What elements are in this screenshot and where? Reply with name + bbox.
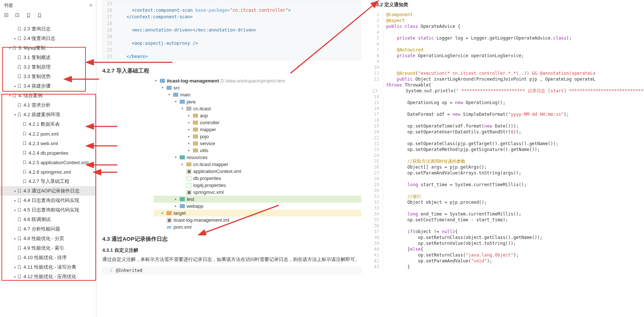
bookmark-item[interactable]: ▸3.3 复制优势 xyxy=(0,72,96,81)
bookmark-label: 4.2.2 pom.xml xyxy=(29,131,59,137)
tree-label: src xyxy=(173,84,180,91)
bookmark-icon xyxy=(12,46,16,50)
bookmark-icon xyxy=(18,74,21,79)
bookmark-item[interactable]: ▸4.2.4 db.properties xyxy=(0,148,96,158)
bookmark-item[interactable]: ▸2.4 慢查询日志 xyxy=(0,34,96,43)
bookmark-item[interactable]: ▸4.9 性能优化 - 索引 xyxy=(0,243,96,253)
tree-icon xyxy=(193,134,198,140)
tree-item[interactable]: ▸cn.itcast.mapper xyxy=(154,161,361,168)
bookmark-icon xyxy=(18,36,21,41)
tree-item[interactable]: ▸pojo xyxy=(154,133,361,140)
tree-icon xyxy=(186,106,192,112)
tree-icon xyxy=(193,141,198,147)
tree-item[interactable]: ▾src xyxy=(154,84,361,91)
bookmark-item[interactable]: ▸4.1 需求分析 xyxy=(0,100,96,110)
add-bookmark-icon[interactable] xyxy=(4,12,10,18)
bookmark-list[interactable]: ▸2.3 查询日志▸2.4 慢查询日志▾3. Mysql复制▸3.1 复制概述▸… xyxy=(0,24,96,317)
tree-item[interactable]: ▾resources xyxy=(154,154,361,161)
bookmark-item[interactable]: ▾4. 综合案例 xyxy=(0,91,96,100)
bookmark-item[interactable]: ▸2.3 查询日志 xyxy=(0,24,96,34)
bookmark-item[interactable]: ▸4.2.2 pom.xml xyxy=(0,129,96,139)
bookmark-outline-icon[interactable] xyxy=(37,12,43,18)
bookmark-item[interactable]: ▸3.4 搭建步骤 xyxy=(0,81,96,91)
tree-item[interactable]: ▸webapp xyxy=(154,203,361,210)
tree-item[interactable]: ▾cn.itcast xyxy=(154,105,361,112)
bookmark-label: 4.12 性能优化 - 应用优化 xyxy=(23,273,76,280)
bookmark-item[interactable]: ▸4.2.3 web.xml xyxy=(0,139,96,148)
tree-item[interactable]: db.properties xyxy=(154,175,361,182)
bookmark-label: 3. Mysql复制 xyxy=(18,45,45,51)
bookmark-icon xyxy=(18,65,21,69)
bookmark-label: 4.9 性能优化 - 索引 xyxy=(23,245,64,251)
tree-item[interactable]: ▾main xyxy=(154,91,361,98)
tree-item[interactable]: ▸controller xyxy=(154,119,361,126)
tree-item[interactable]: ▸mapper xyxy=(154,126,361,133)
tree-icon: ▦ xyxy=(186,189,192,195)
tree-item[interactable]: ▾java xyxy=(154,98,361,105)
bookmark-item[interactable]: ▸4.4 日志查询后端代码实现 xyxy=(0,196,96,205)
tree-item[interactable]: ▦applicationContext.xml xyxy=(154,168,361,175)
bookmark-item[interactable]: ▸4.11 性能优化 - 读写分离 xyxy=(0,262,96,272)
tree-item[interactable]: ▦springmvc.xml xyxy=(154,189,361,196)
annotation-code-block: 1@Inherited xyxy=(102,267,361,274)
bookmark-icon xyxy=(18,255,21,260)
tree-label: cn.itcast.mapper xyxy=(193,161,228,168)
bookmark-item[interactable]: ▸4.12 性能优化 - 应用优化 xyxy=(0,272,96,281)
bookmark-item[interactable]: ▸4.6 联调测试 xyxy=(0,215,96,224)
remove-bookmark-icon[interactable] xyxy=(15,12,21,18)
tree-label: controller xyxy=(200,119,219,126)
bookmark-item[interactable]: ▸3.1 复制概述 xyxy=(0,53,96,62)
tree-label: itcast-log-management.iml xyxy=(173,217,229,224)
tree-icon: m xyxy=(166,224,172,230)
bookmark-item[interactable]: ▸4.2.6 springmvc.xml xyxy=(0,167,96,177)
tree-icon xyxy=(186,183,192,188)
xml-code-block: 15 16 <context:component-scan base-packa… xyxy=(102,0,361,60)
tree-item[interactable]: ▸utils xyxy=(154,147,361,154)
bookmark-item[interactable]: ▾4.2 搭建案例环境 xyxy=(0,110,96,119)
bookmark-icon[interactable] xyxy=(26,12,32,18)
bookmark-item[interactable]: ▸4.3 通过AOP记录操作日志 xyxy=(0,186,96,196)
bookmark-label: 4. 综合案例 xyxy=(18,92,43,99)
tree-label: db.properties xyxy=(193,175,221,182)
tree-label: utils xyxy=(200,147,208,154)
bookmark-label: 4.6 联调测试 xyxy=(23,216,51,223)
tree-item[interactable]: ▸service xyxy=(154,140,361,147)
close-icon[interactable]: × xyxy=(89,2,92,9)
tree-icon xyxy=(193,127,198,133)
bookmark-label: 4.5 日志查询前端代码实现 xyxy=(23,207,79,213)
bookmark-item[interactable]: ▸4.2.5 applicationContext.xml xyxy=(0,158,96,167)
java-code-block: 1@Component2@Aspect3public class Operate… xyxy=(372,12,644,270)
tree-icon: ▦ xyxy=(186,169,192,174)
tree-item[interactable]: log4j.properties xyxy=(154,182,361,189)
tree-label: springmvc.xml xyxy=(193,189,224,196)
tree-item[interactable]: mpom.xml xyxy=(154,224,361,231)
bookmark-label: 3.2 复制原理 xyxy=(23,64,51,70)
bookmark-item[interactable]: ▸3.2 复制原理 xyxy=(0,62,96,72)
tree-label: applicationContext.xml xyxy=(193,168,241,175)
tree-icon xyxy=(173,92,179,98)
bookmark-item[interactable]: ▸4.5 日志查询前端代码实现 xyxy=(0,205,96,215)
tree-item[interactable]: ▸target xyxy=(154,210,361,217)
tree-item[interactable]: ▸aop xyxy=(154,112,361,119)
bookmark-label: 4.2 搭建案例环境 xyxy=(23,111,60,118)
tree-icon xyxy=(193,113,198,119)
tree-item[interactable]: ▦itcast-log-management.iml xyxy=(154,217,361,224)
bookmark-item[interactable]: ▸4.2.7 导入基础工程 xyxy=(0,177,96,186)
bookmark-item[interactable]: ▸4.8 性能优化 - 分页 xyxy=(0,234,96,243)
project-tree: ▾ itcast-log-management D:\idea-workspac… xyxy=(154,77,361,231)
bookmark-label: 4.2.5 applicationContext.xml xyxy=(29,160,88,165)
bookmark-item[interactable]: ▾3. Mysql复制 xyxy=(0,43,96,53)
sidebar-title: 书签 xyxy=(4,2,13,9)
bookmark-icon xyxy=(18,227,21,231)
tree-label: pojo xyxy=(200,133,209,140)
bookmark-item[interactable]: ▸4.2.1 数据库表 xyxy=(0,119,96,129)
bookmark-icon xyxy=(18,265,21,269)
bookmark-icon xyxy=(12,93,16,98)
bookmark-item[interactable]: ▸4.10 性能优化 - 排序 xyxy=(0,253,96,262)
tree-root[interactable]: ▾ itcast-log-management D:\idea-workspac… xyxy=(154,77,361,84)
bookmarks-sidebar: 书签 × ▸2.3 查询日志▸2.4 慢查询日志▾3. Mysql复制▸3.1 … xyxy=(0,0,96,317)
tree-item[interactable]: ▸test xyxy=(154,196,361,203)
heading-432: 4.3.2 定义通知类 xyxy=(372,1,644,8)
bookmark-item[interactable]: ▸4.7 分析性能问题 xyxy=(0,224,96,234)
content-right: 4.3.2 定义通知类 1@Component2@Aspect3public c… xyxy=(369,0,644,317)
